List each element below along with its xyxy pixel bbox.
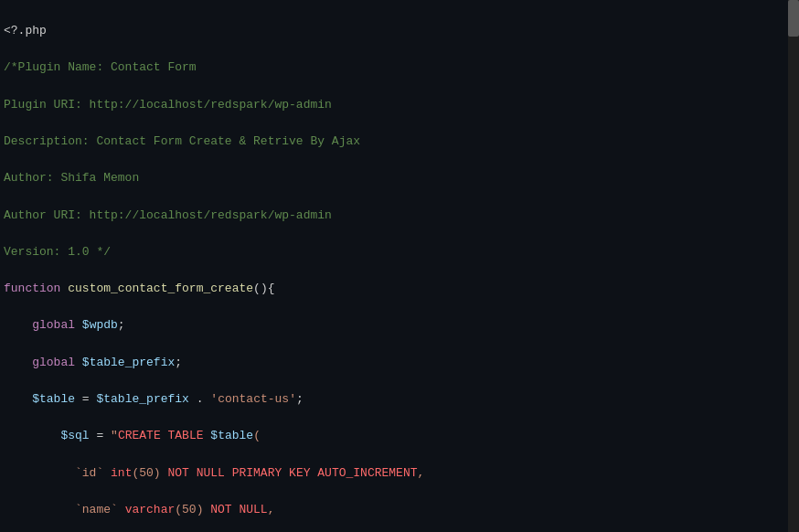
line-8: function custom_contact_form_create(){ <box>4 280 792 298</box>
line-4: Description: Contact Form Create & Retri… <box>4 133 792 151</box>
line-1: <?.php <box>4 22 792 40</box>
code-editor: <?.php /*Plugin Name: Contact Form Plugi… <box>0 0 799 532</box>
line-7: Version: 1.0 */ <box>4 243 792 261</box>
line-9: global $wpdb; <box>4 316 792 335</box>
line-3: Plugin URI: http://localhost/redspark/wp… <box>4 96 792 114</box>
scrollbar-thumb[interactable] <box>788 0 799 37</box>
line-6: Author URI: http://localhost/redspark/wp… <box>4 207 792 225</box>
line-12: $sql = "CREATE TABLE $table( <box>4 427 792 445</box>
line-5: Author: Shifa Memon <box>4 169 792 187</box>
line-14: `name` varchar(50) NOT NULL, <box>4 501 792 519</box>
line-2: /*Plugin Name: Contact Form <box>4 59 792 77</box>
line-10: global $table_prefix; <box>4 354 792 372</box>
scrollbar[interactable] <box>788 0 799 532</box>
line-11: $table = $table_prefix . 'contact-us'; <box>4 390 792 409</box>
code-content: <?.php /*Plugin Name: Contact Form Plugi… <box>0 0 799 532</box>
line-13: `id` int(50) NOT NULL PRIMARY KEY AUTO_I… <box>4 464 792 483</box>
